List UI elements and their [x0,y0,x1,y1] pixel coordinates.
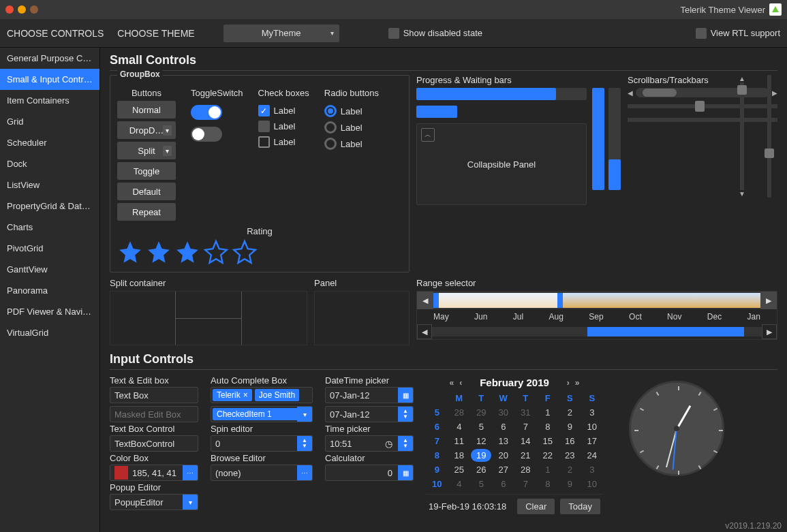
rating-control[interactable] [117,239,402,265]
sidebar-item[interactable]: Dock [0,153,99,174]
calculator-box[interactable]: 0▦ [325,465,414,481]
tag-telerik[interactable]: Telerik × [213,389,252,401]
cal-fast-next-icon[interactable]: » [575,378,580,388]
maximize-icon[interactable] [30,5,38,14]
star-icon[interactable] [203,239,229,265]
time-spin-buttons[interactable]: ▲▼ [398,436,413,451]
popup-dropdown-button[interactable]: ▾ [183,495,198,510]
time-picker[interactable]: 10:51◷▲▼ [325,435,414,452]
calendar-day[interactable]: 1 [537,463,559,477]
sidebar-item[interactable]: General Purpose C… [0,48,99,69]
collapse-toggle-icon[interactable]: ︿ [421,128,435,142]
checked-combobox[interactable]: CheckedItem 1 × ▾ [211,406,313,422]
calendar[interactable]: « ‹ February 2019 › » MTWTFSS52829303112… [426,374,603,518]
calendar-day[interactable]: 15 [537,434,559,448]
color-box[interactable]: 185, 41, 41⋯ [110,465,198,481]
radio-selected[interactable] [324,105,337,117]
calendar-day[interactable]: 25 [448,463,471,477]
textbox-control[interactable]: TextBoxControl [110,435,198,452]
calendar-day[interactable]: 5 [470,477,493,491]
calendar-day[interactable]: 30 [493,405,515,420]
split-container[interactable] [110,291,307,345]
checkbox-indeterminate[interactable] [258,136,270,148]
autocomplete-box[interactable]: Telerik × Joe Smith [211,387,313,403]
calendar-day[interactable]: 29 [470,405,493,420]
v-trackbar[interactable] [761,75,777,198]
calendar-day[interactable]: 10 [581,477,604,491]
calendar-icon[interactable]: ▦ [398,388,413,403]
calendar-day[interactable]: 10 [581,420,604,434]
star-icon[interactable] [232,239,258,265]
radio-unselected[interactable] [324,138,337,150]
sidebar-item[interactable]: PropertyGrid & Dat… [0,195,99,217]
v-scrollbar[interactable]: ▲ ▼ [734,75,750,198]
popup-editor[interactable]: PopupEditor▾ [110,494,198,510]
dt-spin-buttons[interactable]: ▲▼ [398,407,413,422]
button-toggle[interactable]: Toggle [117,162,176,180]
button-normal[interactable]: Normal [117,101,176,119]
cal-fast-prev-icon[interactable]: « [449,378,454,388]
checked-item-tag[interactable]: CheckedItem 1 × [213,408,311,420]
calendar-day[interactable]: 9 [559,477,581,491]
calendar-day[interactable]: 2 [559,463,581,477]
calendar-day[interactable]: 3 [581,405,604,420]
browse-editor[interactable]: (none)⋯ [211,465,313,481]
range-scroll-prev[interactable]: ◀ [417,324,432,339]
textbox[interactable]: Text Box [110,387,198,403]
calendar-day[interactable]: 11 [448,434,471,448]
calendar-day[interactable]: 24 [581,448,604,463]
calendar-day[interactable]: 17 [581,434,604,448]
sidebar-item[interactable]: Panorama [0,280,99,301]
calendar-day[interactable]: 6 [493,477,515,491]
toggle-off[interactable] [191,127,222,142]
sidebar-item[interactable]: PivotGrid [0,238,99,259]
calendar-day[interactable]: 20 [493,448,515,463]
sidebar-item[interactable]: Small & Input Contr… [0,69,99,90]
today-button[interactable]: Today [560,499,600,514]
range-next-icon[interactable]: ▶ [760,292,777,309]
sidebar-item[interactable]: VirtualGrid [0,322,99,343]
arrow-up-icon[interactable]: ▲ [739,75,745,82]
minimize-icon[interactable] [18,5,26,14]
calendar-day[interactable]: 28 [514,463,537,477]
sidebar-item[interactable]: Grid [0,111,99,132]
range-prev-icon[interactable]: ◀ [417,292,433,309]
star-icon[interactable] [174,239,200,265]
sidebar-item[interactable]: Item Containers [0,90,99,111]
combobox-dropdown-button[interactable]: ▾ [297,407,312,422]
close-icon[interactable] [5,5,14,14]
datetime-picker-1[interactable]: 07-Jan-12▦ [325,387,414,403]
star-icon[interactable] [117,239,143,265]
arrow-down-icon[interactable]: ▼ [739,190,745,198]
view-rtl-checkbox[interactable] [696,28,707,39]
calendar-day[interactable]: 21 [514,448,537,463]
arrow-left-icon[interactable]: ◀ [628,89,633,97]
range-scroll-next[interactable]: ▶ [762,324,777,339]
calendar-day[interactable]: 28 [448,405,471,420]
range-selector[interactable]: ◀ ▶ MayJunJulAugSepOctNovDecJan ◀ ▶ [416,291,777,340]
color-more-button[interactable]: ⋯ [183,465,198,480]
clear-button[interactable]: Clear [517,499,555,514]
theme-dropdown[interactable]: MyTheme ▾ [223,25,339,42]
calendar-day[interactable]: 4 [448,477,471,491]
datetime-picker-2[interactable]: 07-Jan-12▲▼ [325,406,414,422]
calendar-day[interactable]: 1 [537,405,559,420]
calendar-day[interactable]: 3 [581,463,604,477]
show-disabled-checkbox[interactable] [388,28,399,39]
calendar-day[interactable]: 13 [493,434,515,448]
sidebar-item[interactable]: PDF Viewer & Navig… [0,301,99,322]
calendar-day[interactable]: 7 [514,420,537,434]
calendar-day[interactable]: 7 [514,477,537,491]
calendar-day[interactable]: 26 [470,463,493,477]
star-icon[interactable] [146,239,172,265]
sidebar-item[interactable]: Scheduler [0,132,99,153]
tag-joesmith[interactable]: Joe Smith [255,389,299,401]
button-default[interactable]: Default [117,183,176,200]
masked-editbox[interactable]: Masked Edit Box [110,406,198,422]
calendar-title[interactable]: February 2019 [480,377,549,388]
calendar-day[interactable]: 18 [448,448,471,463]
calendar-day[interactable]: 22 [537,448,559,463]
radio-unselected[interactable] [324,121,337,134]
calendar-day[interactable]: 8 [537,477,559,491]
calculator-icon[interactable]: ▦ [398,465,413,480]
